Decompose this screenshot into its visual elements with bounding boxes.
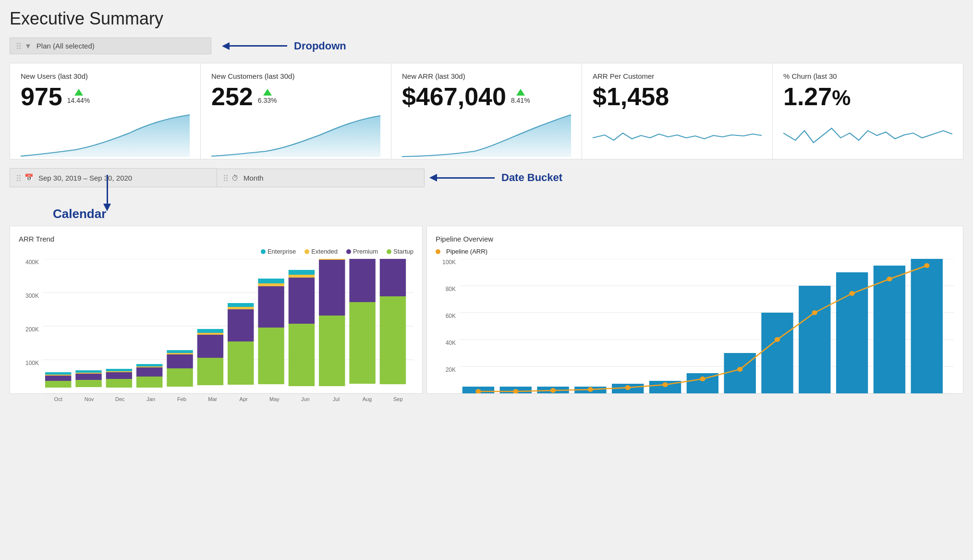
kpi-pct-0: 14.44%: [67, 97, 90, 104]
svg-rect-5: [45, 381, 71, 388]
svg-point-79: [887, 277, 892, 281]
kpi-change-2: 8.41%: [511, 89, 530, 104]
svg-rect-48: [380, 259, 406, 296]
pip-y-60k: 60K: [436, 313, 456, 319]
svg-point-77: [812, 310, 817, 315]
x-sep: Sep: [383, 396, 414, 402]
arrow-line-bucket: [437, 177, 495, 179]
svg-rect-17: [136, 377, 162, 388]
legend-dot-startup: [387, 249, 391, 254]
svg-rect-34: [258, 286, 284, 328]
svg-rect-37: [289, 324, 315, 386]
kpi-label-0: New Users (last 30d): [21, 72, 190, 80]
arr-chart-area: 400K 300K 200K 100K: [19, 259, 414, 393]
bucket-filter[interactable]: ⏱ Month: [217, 169, 425, 187]
date-bucket-annotation-label: Date Bucket: [501, 171, 562, 184]
x-apr: Apr: [228, 396, 259, 402]
y-label-300k: 300K: [19, 292, 39, 299]
calendar-annotation-label-container: Calendar: [53, 207, 106, 221]
kpi-value-row-2: $467,040 8.41%: [402, 84, 571, 109]
sparkline-4: [783, 114, 952, 159]
pipeline-chart-svg: [460, 259, 954, 393]
legend-dot-premium: [346, 249, 351, 254]
date-range-label: Sep 30, 2019 – Sep 30, 2020: [38, 174, 132, 182]
kpi-value-row-3: $1,458: [593, 84, 762, 109]
svg-rect-27: [197, 333, 223, 335]
calendar-icon: 📅: [24, 173, 34, 182]
kpi-pct-2: 8.41%: [511, 97, 530, 104]
grip-icon-bucket: [224, 175, 228, 181]
legend-label-enterprise: Enterprise: [268, 248, 296, 255]
arr-y-axis: 400K 300K 200K 100K: [19, 259, 42, 393]
grip-icon: [17, 43, 21, 49]
pipeline-chart-area: 100K 80K 60K 40K 20K: [436, 259, 954, 393]
svg-rect-41: [319, 316, 345, 386]
date-bucket-section: 📅 Sep 30, 2019 – Sep 30, 2020 ⏱ Month Da…: [10, 168, 963, 187]
svg-rect-25: [197, 358, 223, 385]
svg-point-73: [662, 382, 668, 387]
y-label-200k: 200K: [19, 326, 39, 333]
x-jan: Jan: [135, 396, 166, 402]
svg-rect-23: [167, 353, 193, 354]
svg-rect-13: [106, 379, 132, 388]
legend-startup: Startup: [387, 248, 414, 255]
calendar-annotation-label: Calendar: [53, 207, 106, 221]
dropdown-annotation-label: Dropdown: [294, 40, 346, 52]
trend-up-icon-2: [516, 89, 525, 96]
svg-rect-46: [349, 259, 375, 302]
svg-rect-62: [724, 353, 755, 393]
kpi-change-1: 6.33%: [258, 89, 277, 104]
svg-rect-28: [197, 329, 223, 333]
svg-rect-8: [45, 372, 71, 375]
kpi-value-row-4: 1.27%: [783, 84, 952, 109]
x-jun: Jun: [290, 396, 321, 402]
kpi-value-row-1: 252 6.33%: [211, 84, 380, 109]
arr-trend-title: ARR Trend: [19, 235, 414, 243]
svg-point-71: [588, 387, 593, 392]
arr-chart-svg: [43, 259, 414, 393]
pip-y-20k: 20K: [436, 366, 456, 373]
pipeline-legend: Pipeline (ARR): [436, 248, 954, 255]
legend-enterprise: Enterprise: [261, 248, 296, 255]
x-jul: Jul: [321, 396, 352, 402]
kpi-card-arr-per-customer: ARR Per Customer $1,458: [582, 63, 772, 159]
date-bucket-annotation: Date Bucket: [429, 171, 562, 184]
svg-point-78: [849, 291, 854, 296]
y-label-100k: 100K: [19, 360, 39, 366]
calendar-arrow-line: [107, 175, 108, 204]
svg-rect-32: [228, 303, 254, 307]
x-mar: Mar: [197, 396, 228, 402]
date-row: 📅 Sep 30, 2019 – Sep 30, 2020 ⏱ Month Da…: [10, 168, 963, 187]
svg-rect-16: [106, 369, 132, 371]
svg-rect-38: [289, 278, 315, 324]
svg-rect-65: [836, 272, 868, 393]
plan-dropdown[interactable]: ▼ Plan (All selected): [10, 37, 211, 54]
x-dec: Dec: [105, 396, 135, 402]
svg-rect-22: [167, 354, 193, 368]
svg-rect-33: [258, 328, 284, 384]
arrow-head-icon: [222, 42, 230, 50]
date-range-filter[interactable]: 📅 Sep 30, 2019 – Sep 30, 2020: [10, 168, 217, 187]
arrow-head-bucket-icon: [429, 174, 437, 182]
x-oct: Oct: [43, 396, 73, 402]
kpi-value-1: 252: [211, 84, 253, 109]
arrow-line: [230, 45, 287, 47]
x-may: May: [259, 396, 290, 402]
kpi-label-4: % Churn (last 30: [783, 72, 952, 80]
svg-rect-6: [45, 376, 71, 381]
sparkline-0: [21, 114, 190, 159]
svg-rect-7: [45, 375, 71, 376]
kpi-pct-1: 6.33%: [258, 97, 277, 104]
calendar-annotation-container: [103, 175, 111, 211]
svg-rect-11: [75, 373, 101, 374]
svg-rect-21: [167, 368, 193, 387]
sparkline-1: [211, 114, 380, 159]
kpi-card-churn: % Churn (last 30 1.27%: [772, 63, 963, 159]
pip-y-100k: 100K: [436, 259, 456, 266]
svg-rect-36: [258, 279, 284, 283]
pip-y-40k: 40K: [436, 340, 456, 346]
kpi-value-row-0: 975 14.44%: [21, 84, 190, 109]
svg-rect-47: [380, 296, 406, 384]
svg-rect-12: [75, 370, 101, 373]
arr-x-axis: Oct Nov Dec Jan Feb Mar Apr May Jun Jul …: [43, 396, 414, 402]
